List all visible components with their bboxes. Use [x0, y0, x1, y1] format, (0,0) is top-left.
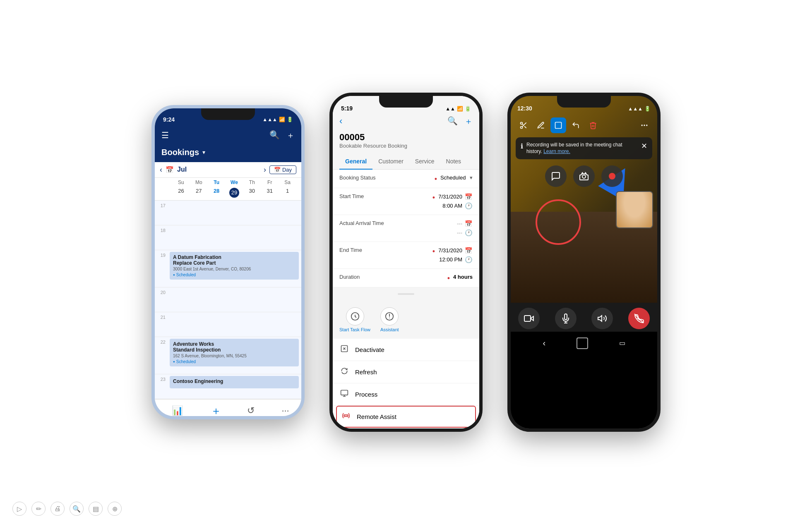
- annotation-circle: [536, 199, 581, 245]
- scissors-tool-button[interactable]: [516, 117, 531, 133]
- add-icon[interactable]: ＋: [286, 130, 295, 141]
- label-end-time: End Time: [339, 247, 429, 253]
- event-task-1: Replace Core Part: [173, 260, 295, 266]
- record-button[interactable]: [601, 165, 623, 187]
- cal-row-19: 19 A Datum Fabrication Replace Core Part…: [155, 250, 301, 287]
- menu-process[interactable]: Process: [333, 383, 479, 406]
- search-icon[interactable]: 🔍: [269, 130, 280, 141]
- dropdown-arrow-icon: ▾: [470, 175, 473, 181]
- play-icon[interactable]: ▷: [12, 502, 26, 516]
- share-icon[interactable]: ⊕: [108, 502, 122, 516]
- event-datum[interactable]: A Datum Fabrication Replace Core Part 30…: [170, 252, 299, 280]
- search-bottom-icon[interactable]: 🔍: [70, 502, 84, 516]
- day-view-button[interactable]: 📅 Day: [269, 165, 296, 174]
- calendar-icon-end[interactable]: 📅: [465, 247, 473, 254]
- start-date-row: 7/31/2020 📅: [438, 193, 473, 201]
- notification-banner: ℹ Recording will be saved in the meeting…: [516, 137, 652, 160]
- clock-icon-end[interactable]: 🕐: [465, 256, 473, 263]
- show-chart-button[interactable]: 📊 Show Chart: [166, 405, 189, 416]
- event-adventure[interactable]: Adventure Works Standard Inspection 162 …: [170, 339, 299, 366]
- date-28[interactable]: 28: [208, 188, 226, 198]
- event-addr-1: 3000 East 1st Avenue, Denver, CO, 80206: [173, 267, 295, 271]
- notification-text: Recording will be saved in the meeting c…: [526, 141, 638, 156]
- day-tu: Tu: [208, 179, 226, 185]
- tab-notes[interactable]: Notes: [440, 154, 467, 170]
- hamburger-icon[interactable]: ☰: [161, 130, 169, 140]
- field-booking-status: Booking Status • Scheduled ▾: [333, 170, 479, 188]
- video-toggle-button[interactable]: [518, 308, 540, 329]
- menu-list: Deactivate Refresh: [333, 339, 479, 428]
- day-headers: Su Mo Tu We Th Fr Sa: [155, 178, 301, 187]
- clock-icon-arrival[interactable]: 🕐: [465, 229, 473, 237]
- more-button[interactable]: ··· More: [280, 405, 291, 416]
- date-30[interactable]: 30: [243, 188, 261, 198]
- chat-button[interactable]: [545, 165, 567, 187]
- notification-close-button[interactable]: ✕: [641, 141, 647, 151]
- cal-back-icon[interactable]: ‹: [160, 165, 162, 174]
- android-back-button[interactable]: ‹: [543, 338, 545, 348]
- tab-service[interactable]: Service: [409, 154, 440, 170]
- value-booking-status[interactable]: Scheduled ▾: [440, 175, 473, 181]
- undo-tool-button[interactable]: [568, 117, 584, 133]
- top-bar-1: ☰ 🔍 ＋: [155, 127, 301, 146]
- menu-remote-assist[interactable]: Remote Assist: [336, 406, 476, 428]
- menu-email-link[interactable]: Email a Link: [333, 428, 479, 428]
- refresh-button[interactable]: ↺ Refresh: [243, 405, 259, 416]
- video-area: 12:30 ▲▲▲ 🔋: [511, 96, 657, 303]
- date-29-today[interactable]: 29: [229, 188, 239, 198]
- android-home-button[interactable]: [577, 337, 588, 349]
- task-flow-icon: [346, 307, 364, 325]
- calendar-icon-arrival[interactable]: 📅: [465, 220, 473, 227]
- wifi-icon: 📶: [279, 117, 285, 122]
- add-icon-2[interactable]: ＋: [464, 116, 473, 127]
- tab-general[interactable]: General: [339, 154, 372, 170]
- start-date-value: 7/31/2020: [438, 194, 462, 200]
- deactivate-label: Deactivate: [355, 346, 384, 353]
- row-21-content: [167, 312, 301, 337]
- start-time-row: 8:00 AM 🕐: [442, 202, 473, 210]
- delete-tool-button[interactable]: [585, 117, 601, 133]
- calendar-icon-start[interactable]: 📅: [465, 193, 473, 201]
- learn-more-link[interactable]: Learn more.: [543, 148, 570, 154]
- svg-point-3: [345, 414, 347, 416]
- edit-icon[interactable]: ✏: [31, 502, 46, 516]
- cal-forward-icon[interactable]: ›: [264, 165, 266, 174]
- month-label: Jul: [177, 166, 260, 173]
- pen-tool-button[interactable]: [533, 117, 549, 133]
- print-icon[interactable]: 🖨: [50, 502, 65, 516]
- day-numbers: 26 27 28 29 30 31 1: [155, 187, 301, 201]
- label-duration: Duration: [339, 274, 444, 280]
- date-27[interactable]: 27: [190, 188, 208, 198]
- title-chevron-icon[interactable]: ▾: [202, 149, 205, 156]
- menu-refresh[interactable]: Refresh: [333, 361, 479, 383]
- mute-button[interactable]: [555, 308, 577, 329]
- menu-deactivate[interactable]: Deactivate: [333, 339, 479, 361]
- tab-customer[interactable]: Customer: [372, 154, 409, 170]
- camera-flip-button[interactable]: [573, 165, 595, 187]
- android-recent-button[interactable]: ▭: [619, 339, 625, 347]
- back-button[interactable]: ‹: [339, 116, 342, 127]
- rectangle-tool-button[interactable]: [550, 117, 566, 133]
- status-icons-2: ▲▲ 📶 🔋: [445, 106, 471, 112]
- date-1[interactable]: 1: [279, 188, 296, 198]
- event-contoso[interactable]: Contoso Engineering: [170, 376, 299, 388]
- event-company-2: Adventure Works: [173, 341, 295, 347]
- more-icon: ···: [281, 405, 289, 416]
- show-chart-icon: 📊: [172, 405, 183, 416]
- speaker-button[interactable]: [591, 308, 613, 329]
- date-31[interactable]: 31: [261, 188, 279, 198]
- title-bar-1: Bookings ▾: [155, 146, 301, 162]
- start-task-flow-button[interactable]: Start Task Flow: [339, 307, 370, 332]
- row-22-content: Adventure Works Standard Inspection 162 …: [167, 337, 301, 374]
- pip-video[interactable]: [616, 191, 653, 228]
- new-button[interactable]: ＋ New: [211, 404, 221, 416]
- more-tool-button[interactable]: [637, 117, 652, 133]
- assistant-button[interactable]: Assistant: [380, 307, 399, 332]
- layout-icon[interactable]: ▤: [89, 502, 103, 516]
- end-call-button[interactable]: [628, 308, 650, 329]
- calendar-body: 17 18 19 A Datum Fabrication Replace Cor…: [155, 201, 301, 399]
- search-icon-2[interactable]: 🔍: [447, 116, 458, 127]
- nav-bar-2: ‹ 🔍 ＋: [333, 114, 479, 130]
- date-26[interactable]: 26: [172, 188, 190, 198]
- clock-icon-start[interactable]: 🕐: [465, 202, 473, 210]
